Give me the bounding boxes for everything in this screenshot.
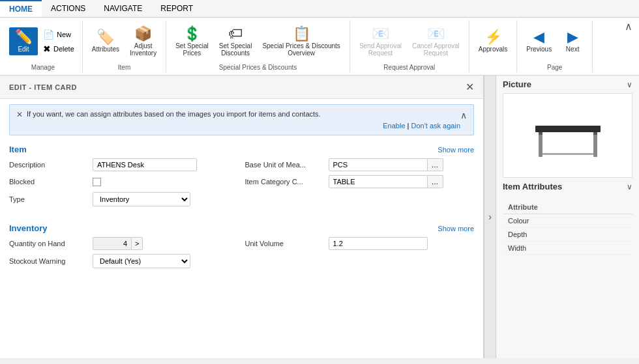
special-prices-overview-icon: 📋 xyxy=(293,27,310,41)
svg-rect-4 xyxy=(593,132,597,135)
description-label: Description xyxy=(9,161,87,169)
approvals-button[interactable]: ⚡ Approvals xyxy=(475,27,511,55)
ribbon-group-request-approval: 📧 Send Approval Request 📧 Cancel Approva… xyxy=(350,20,469,72)
qty-field: > xyxy=(93,237,143,250)
send-approval-icon: 📧 xyxy=(372,27,389,41)
attributes-icon: 🏷️ xyxy=(97,30,114,44)
close-button[interactable]: ✕ xyxy=(466,81,474,93)
ribbon-tabs: HOME ACTIONS NAVIGATE REPORT xyxy=(0,0,639,18)
side-panel: Picture ∨ Item Attribu xyxy=(496,76,639,358)
item-attributes-header[interactable]: Item Attributes ∨ xyxy=(496,178,639,195)
item-group-label: Item xyxy=(118,64,130,72)
item-form-fields: Description Base Unit of Mea... … Blocke… xyxy=(0,156,483,216)
delete-icon: ✖ xyxy=(43,44,51,54)
item-show-more[interactable]: Show more xyxy=(438,146,474,154)
item-category-label: Item Category C... xyxy=(245,178,323,186)
side-collapse-button[interactable]: › xyxy=(484,76,496,358)
picture-section-header[interactable]: Picture ∨ xyxy=(496,76,639,93)
adjust-inventory-icon: 📦 xyxy=(134,27,152,41)
qty-input[interactable] xyxy=(93,237,132,250)
dont-ask-link[interactable]: Don't ask again xyxy=(411,122,460,130)
set-special-prices-label: Set Special Prices xyxy=(175,42,209,57)
stockout-row: Stockout Warning Default (Yes) Default (… xyxy=(9,254,474,268)
base-unit-input[interactable] xyxy=(329,158,428,171)
send-approval-button[interactable]: 📧 Send Approval Request xyxy=(355,24,406,59)
qty-expand-button[interactable]: > xyxy=(132,237,143,250)
next-icon: ▶ xyxy=(567,30,578,44)
dialog-title: EDIT - ITEM CARD xyxy=(9,83,77,91)
edit-button[interactable]: ✏️ Edit xyxy=(9,27,38,55)
enable-link[interactable]: Enable xyxy=(383,122,405,130)
qty-row: Quantity on Hand > Unit Volume xyxy=(9,237,474,250)
base-unit-browse-button[interactable]: … xyxy=(428,158,443,171)
inventory-form-fields: Quantity on Hand > Unit Volume Stockout … xyxy=(0,234,483,277)
banner-close-x[interactable]: ✕ xyxy=(16,110,23,119)
tab-navigate[interactable]: NAVIGATE xyxy=(95,0,151,17)
approvals-group-label xyxy=(492,64,494,72)
info-banner: ✕ If you want, we can assign attributes … xyxy=(9,104,474,135)
set-special-discounts-button[interactable]: 🏷 Set Special Discounts xyxy=(215,24,256,59)
attr-row-width: Width xyxy=(503,242,632,255)
set-special-discounts-icon: 🏷 xyxy=(228,27,243,41)
set-special-discounts-label: Set Special Discounts xyxy=(219,42,252,57)
base-unit-label: Base Unit of Mea... xyxy=(245,161,323,169)
inventory-section-header: Inventory Show more xyxy=(0,219,483,234)
stockout-select[interactable]: Default (Yes) Default (No) Yes No xyxy=(93,254,190,268)
adjust-inventory-button[interactable]: 📦 Adjust Inventory xyxy=(126,24,160,59)
item-section-title[interactable]: Item xyxy=(9,145,27,154)
special-prices-overview-button[interactable]: 📋 Special Prices & Discounts Overview xyxy=(258,24,344,59)
stockout-label: Stockout Warning xyxy=(9,257,87,265)
svg-rect-3 xyxy=(539,132,542,135)
ribbon: HOME ACTIONS NAVIGATE REPORT ✏️ Edit 📄 N… xyxy=(0,0,639,76)
cancel-approval-button[interactable]: 📧 Cancel Approval Request xyxy=(408,24,464,59)
attr-depth: Depth xyxy=(508,231,627,238)
blocked-checkbox[interactable] xyxy=(93,178,101,186)
inventory-section-title[interactable]: Inventory xyxy=(9,223,48,233)
unit-volume-input[interactable] xyxy=(329,237,428,250)
attributes-button[interactable]: 🏷️ Attributes xyxy=(88,27,123,55)
ribbon-group-page: ◀ Previous ▶ Next Page xyxy=(517,20,593,72)
blocked-row: Blocked Item Category C... … xyxy=(9,175,474,188)
type-label: Type xyxy=(9,195,87,203)
new-button[interactable]: 📄 New xyxy=(40,28,77,41)
description-row: Description Base Unit of Mea... … xyxy=(9,158,474,171)
blocked-label: Blocked xyxy=(9,178,87,186)
tab-home[interactable]: HOME xyxy=(0,0,42,17)
banner-chevron-icon[interactable]: ∧ xyxy=(460,110,467,120)
tab-report[interactable]: REPORT xyxy=(151,0,202,17)
cancel-approval-icon: 📧 xyxy=(427,27,445,41)
overview-label: Special Prices & Discounts Overview xyxy=(262,42,340,57)
cancel-approval-label: Cancel Approval Request xyxy=(412,42,460,57)
previous-button[interactable]: ◀ Previous xyxy=(522,27,556,55)
request-approval-group-label: Request Approval xyxy=(383,64,435,72)
new-icon: 📄 xyxy=(43,29,54,40)
special-prices-group-label: Special Prices & Discounts xyxy=(219,64,297,72)
item-category-input[interactable] xyxy=(329,175,428,188)
page-group-label: Page xyxy=(547,64,562,72)
approvals-icon: ⚡ xyxy=(484,30,502,44)
send-approval-label: Send Approval Request xyxy=(359,42,402,57)
item-image xyxy=(529,106,607,165)
item-category-browse-button[interactable]: … xyxy=(428,175,443,188)
next-button[interactable]: ▶ Next xyxy=(558,27,587,55)
attr-width: Width xyxy=(508,244,627,252)
svg-rect-1 xyxy=(539,132,542,157)
set-special-prices-button[interactable]: 💲 Set Special Prices xyxy=(171,24,213,59)
manage-group-label: Manage xyxy=(31,64,55,72)
form-panel: EDIT - ITEM CARD ✕ ✕ If you want, we can… xyxy=(0,76,484,358)
ribbon-collapse-button[interactable]: ∧ xyxy=(625,20,632,33)
tab-actions[interactable]: ACTIONS xyxy=(42,0,95,17)
base-unit-field: … xyxy=(329,158,443,171)
banner-text: If you want, we can assign attributes ba… xyxy=(27,110,321,119)
inventory-show-more[interactable]: Show more xyxy=(438,225,474,232)
ribbon-group-special-prices: 💲 Set Special Prices 🏷 Set Special Disco… xyxy=(166,20,350,72)
picture-chevron-icon: ∨ xyxy=(627,80,632,89)
delete-button[interactable]: ✖ Delete xyxy=(40,42,77,55)
type-row: Type Inventory Non-Inventory Service xyxy=(9,192,474,206)
type-select[interactable]: Inventory Non-Inventory Service xyxy=(93,192,190,206)
item-attributes-title: Item Attributes xyxy=(503,182,562,191)
item-section-header: Item Show more xyxy=(0,141,483,156)
description-input[interactable] xyxy=(93,158,197,171)
dialog-header: EDIT - ITEM CARD ✕ xyxy=(0,76,483,99)
side-area: › Picture ∨ xyxy=(484,76,639,358)
